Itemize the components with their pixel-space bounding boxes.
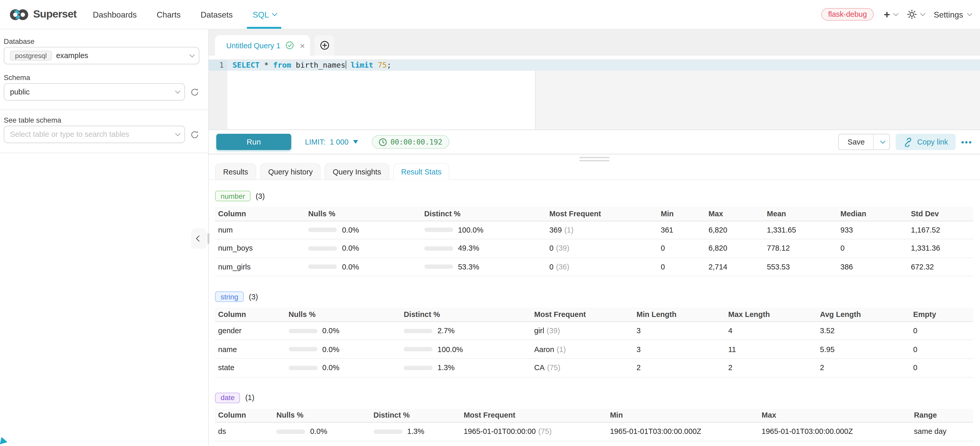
- progress-bar: [288, 365, 317, 370]
- percent-cell: 0.0%: [309, 258, 425, 276]
- type-badge-string: string: [215, 291, 244, 302]
- string-stats-table: ColumnNulls %Distinct %Most FrequentMin …: [215, 307, 973, 378]
- close-tab-icon[interactable]: ×: [300, 41, 305, 50]
- value-cell: 6,820: [708, 239, 767, 258]
- value-cell: 2: [820, 358, 913, 377]
- settings-menu[interactable]: Settings: [934, 10, 971, 19]
- value-cell: 1,331.36: [911, 239, 973, 258]
- add-query-tab-button[interactable]: [314, 35, 334, 56]
- copy-link-button[interactable]: Copy link: [896, 134, 956, 150]
- value-cell: 1,331.65: [767, 221, 840, 239]
- percent-cell: 53.3%: [424, 258, 549, 276]
- navbar-right: flask-debug + Settings: [821, 8, 971, 21]
- value-cell: 3: [636, 340, 728, 358]
- nav-item-datasets[interactable]: Datasets: [200, 0, 232, 29]
- percent-cell: 0.0%: [288, 340, 404, 358]
- table-select[interactable]: Select table or type to search tables: [4, 126, 185, 143]
- sql-token-keyword: from: [273, 61, 291, 69]
- superset-infinity-icon: [9, 8, 29, 21]
- chevron-left-icon: [196, 236, 202, 242]
- column-count: (3): [249, 292, 258, 301]
- value-cell: 0: [913, 340, 973, 358]
- save-options-caret[interactable]: [873, 134, 890, 150]
- table-row: num0.0%100.0%369(1)3616,8201,331.659331,…: [215, 221, 973, 239]
- line-number: 1: [209, 60, 224, 71]
- sql-code-editor[interactable]: 1 SELECT * from birth_names limit 75;: [209, 60, 980, 129]
- nav-item-charts[interactable]: Charts: [157, 0, 181, 29]
- refresh-schemas-icon[interactable]: [190, 87, 199, 97]
- pane-resize-handle[interactable]: [579, 157, 609, 161]
- more-actions-button[interactable]: •••: [961, 137, 972, 147]
- table-schema-label: See table schema: [0, 116, 208, 124]
- stats-section-number: number(3)ColumnNulls %Distinct %Most Fre…: [215, 191, 973, 277]
- tab-result-stats[interactable]: Result Stats: [393, 163, 450, 180]
- cursor-artifact-icon: [0, 437, 8, 446]
- nav-item-sql[interactable]: SQL: [253, 0, 276, 29]
- elapsed-time: 00:00:00.192: [390, 138, 442, 147]
- percent-cell: 0.0%: [276, 422, 373, 441]
- progress-bar: [276, 430, 305, 434]
- value-cell: 1965-01-01T03:00:00.000Z: [610, 422, 762, 441]
- progress-bar: [373, 430, 402, 434]
- column-header: Nulls %: [309, 207, 425, 221]
- tab-results[interactable]: Results: [215, 163, 256, 179]
- panel-scrollbar-thumb[interactable]: [207, 233, 209, 244]
- value-cell: 361: [661, 221, 708, 239]
- table-row: gender0.0%2.7%girl(39)343.520: [215, 322, 973, 340]
- chevron-down-icon: [175, 131, 181, 136]
- circle-plus-icon: [320, 40, 329, 50]
- limit-label: LIMIT:: [305, 138, 325, 147]
- sql-token-keyword: limit: [351, 61, 373, 69]
- column-header: Std Dev: [911, 207, 973, 221]
- sql-token-plain: *: [259, 61, 273, 69]
- run-button[interactable]: Run: [216, 134, 291, 150]
- query-tab-bar: Untitled Query 1 ×: [209, 29, 980, 56]
- value-cell: 11: [728, 340, 820, 358]
- body: Database postgresql examples Schema publ…: [0, 29, 980, 446]
- chevron-down-icon: [967, 11, 972, 16]
- collapse-sidebar-button[interactable]: [191, 228, 207, 249]
- column-header: Column: [215, 307, 288, 321]
- percent-cell: 100.0%: [424, 221, 549, 239]
- database-select[interactable]: postgresql examples: [4, 47, 199, 65]
- query-tab[interactable]: Untitled Query 1 ×: [215, 35, 310, 56]
- sql-code-line: SELECT * from birth_names limit 75;: [232, 60, 391, 71]
- theme-dropdown[interactable]: [907, 9, 924, 19]
- sidebar-divider: [0, 110, 208, 110]
- progress-bar: [309, 228, 337, 232]
- value-cell: 0: [913, 358, 973, 377]
- pane-gap: [209, 155, 980, 163]
- progress-bar: [404, 347, 433, 352]
- sql-editor-panel: Untitled Query 1 ×: [209, 29, 980, 446]
- nav-item-dashboards[interactable]: Dashboards: [93, 0, 137, 29]
- refresh-tables-icon[interactable]: [190, 130, 199, 139]
- value-cell: 386: [840, 258, 911, 276]
- percent-cell: 0.0%: [309, 239, 425, 258]
- superset-logo[interactable]: Superset: [9, 8, 76, 21]
- column-header: Nulls %: [276, 409, 373, 422]
- schema-select[interactable]: public: [4, 83, 185, 101]
- value-cell: 3: [636, 322, 728, 340]
- new-item-dropdown[interactable]: +: [884, 9, 897, 20]
- active-nav-underline: [247, 27, 281, 29]
- table-row: state0.0%1.3%CA(75)2220: [215, 358, 973, 377]
- value-cell: 0: [840, 239, 911, 258]
- value-cell: 0: [661, 258, 708, 276]
- limit-dropdown[interactable]: LIMIT: 1 000: [305, 138, 358, 147]
- progress-bar: [309, 265, 337, 269]
- value-cell: 5.95: [820, 340, 913, 358]
- column-header: Min: [610, 409, 762, 422]
- column-header: Median: [840, 207, 911, 221]
- value-cell: 553.53: [767, 258, 840, 276]
- query-timer: 00:00:00.192: [372, 135, 449, 149]
- tab-query-history[interactable]: Query history: [260, 163, 321, 179]
- database-select-value: examples: [56, 51, 88, 60]
- save-button[interactable]: Save: [839, 134, 873, 150]
- tab-query-insights[interactable]: Query Insights: [325, 163, 389, 179]
- chevron-down-icon: [893, 11, 899, 16]
- progress-bar: [424, 265, 453, 269]
- table-select-placeholder: Select table or type to search tables: [10, 130, 129, 139]
- clock-icon: [379, 138, 387, 146]
- tabbar-bottom-strip: [209, 56, 980, 60]
- chevron-down-icon: [175, 88, 181, 94]
